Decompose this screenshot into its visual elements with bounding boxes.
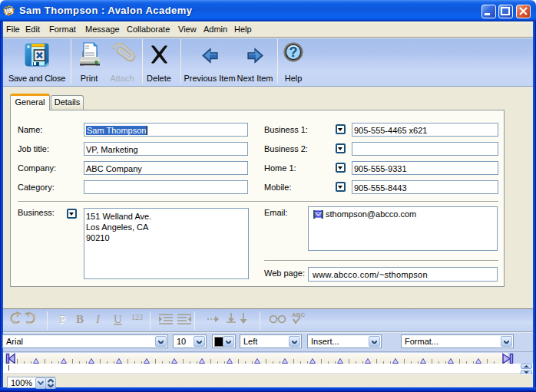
svg-text:U: U xyxy=(114,313,122,325)
svg-text:P: P xyxy=(60,314,66,326)
svg-text:B: B xyxy=(76,313,84,325)
svg-text:ABC: ABC xyxy=(292,311,306,318)
svg-text:123: 123 xyxy=(131,313,143,321)
svg-text:I: I xyxy=(95,313,101,325)
svg-text:?: ? xyxy=(290,44,298,60)
